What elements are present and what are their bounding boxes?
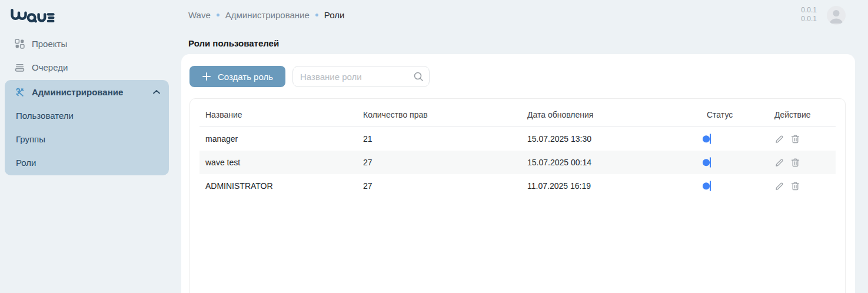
table-row: manager 21 15.07.2025 13:30	[199, 127, 836, 151]
role-name-cell: wave test	[199, 158, 357, 167]
app-version-line: 0.0.1	[801, 15, 817, 24]
permissions-count-cell: 27	[357, 181, 521, 191]
column-header-name: Название	[199, 110, 357, 119]
column-header-updated: Дата обновления	[521, 110, 701, 119]
updated-date-cell: 15.07.2025 13:30	[521, 134, 701, 144]
sidebar-subitem-label: Группы	[16, 134, 45, 144]
dot-separator-icon	[315, 14, 318, 16]
column-header-status: Статус	[701, 110, 769, 119]
column-header-action: Действие	[769, 110, 836, 119]
row-actions	[769, 134, 836, 144]
edit-button[interactable]	[774, 134, 784, 144]
column-header-permissions: Количество прав	[357, 110, 521, 119]
plus-icon	[202, 72, 211, 81]
status-toggle[interactable]	[710, 134, 711, 144]
sidebar: Проекты Очереди	[0, 0, 179, 293]
sidebar-subitem-label: Пользователи	[16, 111, 74, 121]
table-row: wave test 27 15.07.2025 00:14	[199, 151, 836, 174]
table-row: ADMINISTRATOR 27 11.07.2025 16:19	[199, 174, 836, 198]
breadcrumb-item-roles: Роли	[324, 10, 345, 20]
role-name-cell: ADMINISTRATOR	[199, 181, 357, 191]
sidebar-item-roles[interactable]: Роли	[5, 151, 169, 174]
role-search	[292, 66, 430, 87]
status-toggle[interactable]	[710, 157, 711, 168]
updated-date-cell: 15.07.2025 00:14	[521, 158, 701, 167]
dot-separator-icon	[217, 14, 220, 16]
app-version-line: 0.0.1	[801, 6, 817, 15]
sidebar-item-users[interactable]: Пользователи	[5, 104, 169, 127]
grid-icon	[15, 39, 25, 49]
updated-date-cell: 11.07.2025 16:19	[521, 181, 701, 191]
delete-button[interactable]	[790, 181, 800, 191]
sidebar-item-administration[interactable]: Администрирование	[5, 80, 169, 104]
delete-button[interactable]	[790, 158, 800, 168]
roles-table: Название Количество прав Дата обновления…	[189, 98, 846, 293]
sidebar-item-label: Администрирование	[32, 87, 146, 97]
page-title: Роли пользователей	[188, 38, 279, 48]
sidebar-item-label: Проекты	[32, 39, 67, 49]
table-header-row: Название Количество прав Дата обновления…	[199, 102, 836, 127]
create-role-button[interactable]: Создать роль	[189, 66, 285, 87]
app-version: 0.0.1 0.0.1	[801, 6, 817, 24]
role-name-cell: manager	[199, 134, 357, 144]
avatar[interactable]	[827, 6, 846, 25]
sidebar-item-queues[interactable]: Очереди	[0, 55, 179, 79]
breadcrumb: Wave Администрирование Роли	[188, 10, 344, 20]
sidebar-group-administration: Администрирование Пользователи Группы Ро…	[5, 80, 169, 175]
breadcrumb-item-wave[interactable]: Wave	[188, 10, 211, 20]
roles-card: Создать роль Название Количество прав Да…	[181, 54, 855, 293]
sidebar-menu: Проекты Очереди	[0, 32, 179, 175]
delete-button[interactable]	[790, 134, 800, 144]
sidebar-item-projects[interactable]: Проекты	[0, 32, 179, 55]
breadcrumb-item-administration[interactable]: Администрирование	[225, 10, 310, 20]
edit-button[interactable]	[774, 181, 784, 191]
toolbar: Создать роль	[189, 66, 430, 87]
sidebar-item-label: Очереди	[32, 62, 68, 72]
row-actions	[769, 158, 836, 168]
create-role-label: Создать роль	[218, 72, 273, 82]
search-icon[interactable]	[413, 71, 424, 82]
queue-icon	[15, 62, 25, 72]
wave-logo-icon	[10, 8, 55, 24]
role-search-input[interactable]	[292, 66, 430, 87]
status-toggle[interactable]	[710, 181, 711, 191]
edit-button[interactable]	[774, 158, 784, 168]
sidebar-subitem-label: Роли	[16, 158, 36, 168]
wave-logo[interactable]	[10, 8, 55, 24]
chevron-up-icon[interactable]	[153, 90, 160, 94]
row-actions	[769, 181, 836, 191]
sidebar-item-groups[interactable]: Группы	[5, 127, 169, 151]
permissions-count-cell: 27	[357, 158, 521, 167]
user-silhouette-icon	[827, 6, 846, 25]
tools-icon	[15, 87, 25, 97]
permissions-count-cell: 21	[357, 134, 521, 144]
